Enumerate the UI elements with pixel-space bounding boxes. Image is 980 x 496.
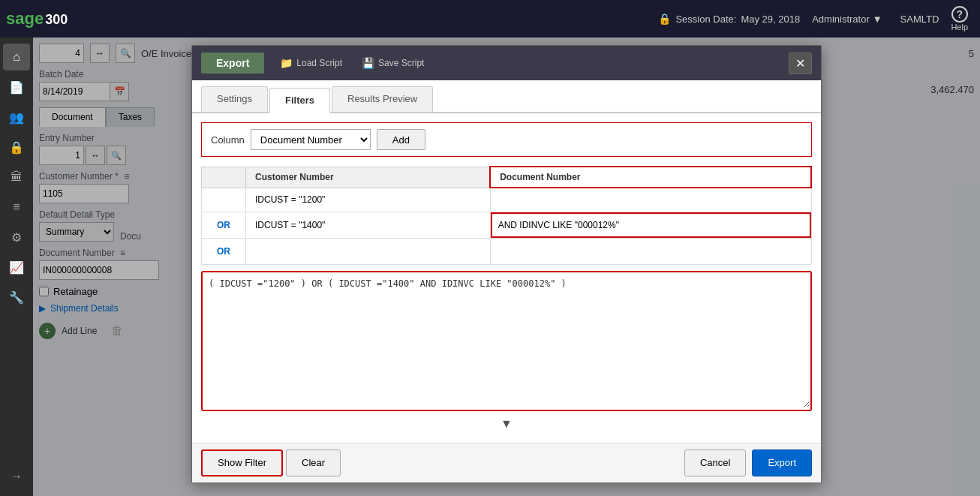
sage-logo-300: 300	[45, 12, 68, 27]
help-icon: ?	[951, 6, 968, 23]
sidebar-item-lock[interactable]: 🔒	[3, 134, 30, 161]
help-label: Help	[951, 23, 968, 32]
company-name: SAMLTD	[900, 14, 939, 25]
tab-filters[interactable]: Filters	[269, 88, 330, 113]
show-filter-button[interactable]: Show Filter	[201, 449, 283, 476]
sidebar-item-reports[interactable]: ≡	[3, 194, 30, 221]
main-content: ↔ 🔍 O/E Invoices/credit notes 5 Batch Da…	[33, 38, 980, 496]
expression-textarea[interactable]: ( IDCUST ="1200" ) OR ( IDCUST ="1400" A…	[203, 272, 810, 407]
session-info: 🔒 Session Date: May 29, 2018	[658, 13, 800, 25]
modal-title: Export	[201, 53, 264, 74]
modal-header: Export 📁 Load Script 💾 Save Script ✕	[192, 46, 821, 80]
operator-header	[202, 167, 246, 188]
sidebar-item-home[interactable]: ⌂	[3, 44, 30, 71]
save-script-label: Save Script	[378, 58, 424, 68]
table-row: OR	[202, 238, 812, 264]
table-row: OR IDCUST = "1400"	[202, 212, 812, 238]
cancel-button[interactable]: Cancel	[684, 449, 746, 476]
column-select[interactable]: Document Number Customer Number Batch Nu…	[251, 129, 371, 150]
row1-operator	[202, 188, 245, 212]
load-script-button[interactable]: 📁 Load Script	[273, 53, 349, 73]
customer-number-header: Customer Number	[246, 167, 491, 188]
tab-settings[interactable]: Settings	[201, 86, 268, 112]
tab-results-preview[interactable]: Results Preview	[332, 86, 433, 112]
tab-bar: Settings Filters Results Preview	[192, 80, 821, 113]
footer-right-buttons: Cancel Export	[684, 449, 812, 476]
modal-close-button[interactable]: ✕	[789, 53, 812, 74]
row2-customer[interactable]: IDCUST = "1400"	[246, 212, 490, 238]
add-button[interactable]: Add	[377, 129, 425, 150]
document-number-header: Document Number	[490, 167, 811, 188]
filter-content: Column Document Number Customer Number B…	[192, 113, 821, 443]
column-row: Column Document Number Customer Number B…	[201, 122, 812, 157]
column-label: Column	[211, 134, 245, 146]
sage-logo: sage	[6, 9, 44, 28]
row1-customer[interactable]: IDCUST = "1200"	[246, 188, 490, 212]
clear-button[interactable]: Clear	[286, 449, 341, 476]
session-date: May 29, 2018	[741, 14, 800, 25]
row3-operator: OR	[202, 239, 245, 264]
sidebar-item-invoice[interactable]: 📄	[3, 74, 30, 101]
export-button[interactable]: Export	[752, 449, 812, 476]
modal-toolbar: 📁 Load Script 💾 Save Script	[273, 53, 431, 73]
sidebar-item-customers[interactable]: 👥	[3, 104, 30, 131]
row1-document	[491, 188, 811, 212]
folder-icon: 📁	[280, 57, 293, 69]
sidebar-item-bank[interactable]: 🏛	[3, 164, 30, 191]
sidebar-item-logout[interactable]: →	[3, 463, 30, 490]
save-icon: 💾	[362, 57, 374, 69]
admin-dropdown-icon[interactable]: ▼	[873, 14, 882, 25]
scroll-down-indicator: ▼	[201, 417, 812, 431]
top-bar: sage300 🔒 Session Date: May 29, 2018 Adm…	[0, 0, 980, 38]
modal-overlay: Export 📁 Load Script 💾 Save Script ✕	[33, 38, 980, 496]
sidebar-item-gear[interactable]: 🔧	[3, 284, 30, 311]
sidebar-item-chart[interactable]: 📈	[3, 254, 30, 281]
expression-area: ( IDCUST ="1200" ) OR ( IDCUST ="1400" A…	[201, 271, 812, 411]
modal-title-area: Export 📁 Load Script 💾 Save Script	[201, 53, 431, 74]
save-script-button[interactable]: 💾 Save Script	[355, 53, 431, 73]
load-script-label: Load Script	[296, 58, 342, 68]
sidebar: ⌂ 📄 👥 🔒 🏛 ≡ ⚙ 📈 🔧 →	[0, 38, 33, 496]
lock-icon: 🔒	[658, 13, 671, 25]
row3-customer	[246, 239, 490, 264]
row2-document-input[interactable]	[491, 212, 811, 238]
modal-footer: Show Filter Clear Cancel Export	[192, 443, 821, 482]
admin-label: Administrator	[812, 14, 870, 25]
export-modal: Export 📁 Load Script 💾 Save Script ✕	[191, 45, 822, 483]
modal-body: Settings Filters Results Preview Column	[192, 80, 821, 443]
session-label: Session Date:	[675, 14, 736, 25]
footer-left-buttons: Show Filter Clear	[201, 449, 341, 476]
table-row: IDCUST = "1200"	[202, 188, 812, 212]
filter-table: Customer Number Document Number IDCUST =…	[201, 166, 812, 265]
row3-document	[491, 239, 811, 264]
admin-menu[interactable]: Administrator ▼	[812, 14, 882, 25]
help-button[interactable]: ? Help	[951, 6, 968, 32]
sidebar-item-settings[interactable]: ⚙	[3, 224, 30, 251]
row2-operator: OR	[202, 212, 245, 238]
